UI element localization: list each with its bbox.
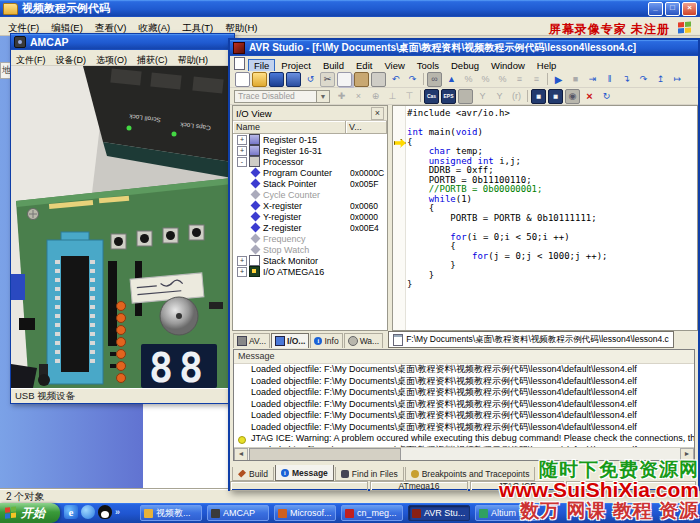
column-value[interactable]: V... [346,121,387,134]
disconnect-icon[interactable]: × [582,89,597,104]
io-tree-row[interactable]: Stop Watch [233,244,387,255]
io-tree-row[interactable]: Frequency [233,233,387,244]
copy-icon[interactable] [337,72,352,87]
io-tree-row[interactable]: +Stack Monitor [233,255,387,266]
start-button[interactable]: 开始 [0,503,60,523]
taskbar-button-[interactable]: 视频教... [140,505,202,521]
source-code[interactable]: #include <avr/io.h> int main(void){ char… [407,109,697,290]
io-tree-row[interactable]: +Register 0-15 [233,134,387,145]
io-tree-row[interactable]: X-register0x0060 [233,200,387,211]
io-tree-row[interactable]: Y-register0x0000 [233,211,387,222]
reset-icon[interactable]: ⇥ [585,72,600,87]
paste-icon[interactable] [354,72,369,87]
step-out-icon[interactable]: ↥ [653,72,668,87]
stop-icon[interactable]: ■ [568,72,583,87]
io-tree-row[interactable]: Stack Pointer0x005F [233,178,387,189]
revert-icon[interactable]: ↺ [303,72,318,87]
taskbar-button-avrstu[interactable]: AVR Stu... [408,505,470,521]
trace-dropdown[interactable]: Trace Disabled ▼ [234,90,330,103]
save-file-icon[interactable] [269,72,284,87]
amcap-menu-item-o[interactable]: 选项(O) [91,54,132,67]
pin-trace-icon[interactable]: ✚ [334,89,349,104]
refresh-icon[interactable]: ↻ [599,89,614,104]
close-icon[interactable]: × [371,107,384,120]
message-row[interactable]: Loaded objectfile: F:\My Documents\桌面\教程… [234,410,694,422]
tile-window-icon[interactable]: ▦ [548,89,563,104]
column-name[interactable]: Name [233,121,346,134]
outdent-icon[interactable]: ≡ [529,72,544,87]
message-row[interactable]: Loaded objectfile: F:\My Documents\桌面\教程… [234,364,694,376]
select-device-icon[interactable]: ◉ [565,89,580,104]
undo-icon[interactable]: ↶ [388,72,403,87]
scroll-left-icon[interactable]: ◄ [234,448,248,461]
port-icon[interactable]: (r) [509,89,524,104]
tree-expander-icon[interactable]: + [237,256,247,266]
io-tree-row[interactable]: +Register 16-31 [233,145,387,156]
pause-icon[interactable]: ‖ [602,72,617,87]
chevron-down-icon[interactable]: ▼ [316,91,329,102]
output-tab-find-in-files[interactable]: Find in Files [335,467,404,481]
output-tab-message[interactable]: iMessage [275,465,334,481]
pane-tab-wa[interactable]: Wa... [344,333,384,348]
bookmark-toggle-icon[interactable]: % [461,72,476,87]
file-tab[interactable]: F:\My Documents\桌面\教程资料\视频教程示例代码\lesson4… [388,331,674,348]
qq-messenger-icon[interactable] [98,505,112,519]
message-row[interactable]: Loaded objectfile: F:\My Documents\桌面\教程… [234,422,694,434]
media-player-icon[interactable] [81,505,95,519]
avr-menu-item-window[interactable]: Window [485,60,531,71]
io-tree-row[interactable]: -Processor [233,156,387,167]
avr-menu-item-build[interactable]: Build [317,60,350,71]
save-all-icon[interactable] [286,72,301,87]
message-row[interactable]: Loaded objectfile: F:\My Documents\桌面\教程… [234,376,694,388]
io-tree-row[interactable]: Z-register0x00E4 [233,222,387,233]
tree-expander-icon[interactable]: + [237,146,247,156]
delete-trace-icon[interactable]: × [351,89,366,104]
print-icon[interactable] [371,72,386,87]
io-tree-row[interactable]: Program Counter0x0000C [233,167,387,178]
output-tab-build[interactable]: Build [232,467,274,481]
step-into-icon[interactable]: ↴ [619,72,634,87]
tree-expander-icon[interactable]: + [237,135,247,145]
pane-tab-io[interactable]: I/O... [271,333,309,348]
find-next-icon[interactable]: ▲ [444,72,459,87]
branch-icon[interactable]: Y [475,89,490,104]
bookmark-next-icon[interactable]: % [478,72,493,87]
quick-launch-overflow[interactable]: » [115,507,120,517]
explorer-titlebar[interactable]: 视频教程示例代码 _ □ × [0,0,700,17]
wire-icon[interactable]: Y [492,89,507,104]
avr-menu-item-file[interactable]: File [248,59,275,72]
run-to-cursor-icon[interactable]: ↦ [670,72,685,87]
amcap-menu-item-c[interactable]: 捕获(C) [132,54,173,67]
cassette-debug-icon[interactable]: Cas [424,89,439,104]
amcap-menu-item-f[interactable]: 文件(F) [11,54,51,67]
move-up-icon[interactable]: ⊤ [402,89,417,104]
eeprom-debug-icon[interactable]: EPS [441,89,456,104]
pane-tab-info[interactable]: iInfo [310,333,342,348]
maximize-button[interactable]: □ [665,2,680,16]
open-file-icon[interactable] [252,72,267,87]
flash-debug-icon[interactable] [458,89,473,104]
find-icon[interactable]: ∞ [427,72,442,87]
tree-expander-icon[interactable]: - [237,157,247,167]
taskbar-button-amcap[interactable]: AMCAP [207,505,269,521]
message-row[interactable]: Loaded objectfile: F:\My Documents\桌面\教程… [234,387,694,399]
run-icon[interactable]: ▶ [551,72,566,87]
avr-menu-item-edit[interactable]: Edit [350,60,378,71]
cut-icon[interactable]: ✂ [320,72,335,87]
message-row[interactable]: Loaded objectfile: F:\My Documents\桌面\教程… [234,399,694,411]
bookmark-clear-icon[interactable]: % [495,72,510,87]
code-editor[interactable]: #include <avr/io.h> int main(void){ char… [392,105,698,331]
amcap-menu-item-d[interactable]: 设备(D) [51,54,92,67]
avr-menu-item-project[interactable]: Project [275,60,317,71]
attach-trace-icon[interactable]: ⊕ [368,89,383,104]
avr-menu-item-debug[interactable]: Debug [445,60,485,71]
avr-menu-item-view[interactable]: View [378,60,410,71]
new-window-icon[interactable]: ▦ [531,89,546,104]
taskbar-button-cnmeg[interactable]: cn_meg... [341,505,403,521]
redo-icon[interactable]: ↷ [405,72,420,87]
internet-explorer-icon[interactable]: e [64,505,78,519]
minimize-button[interactable]: _ [648,2,663,16]
io-tree-row[interactable]: Cycle Counter [233,189,387,200]
amcap-menu-item-h[interactable]: 帮助(H) [173,54,214,67]
scrollbar-thumb[interactable] [249,448,401,461]
